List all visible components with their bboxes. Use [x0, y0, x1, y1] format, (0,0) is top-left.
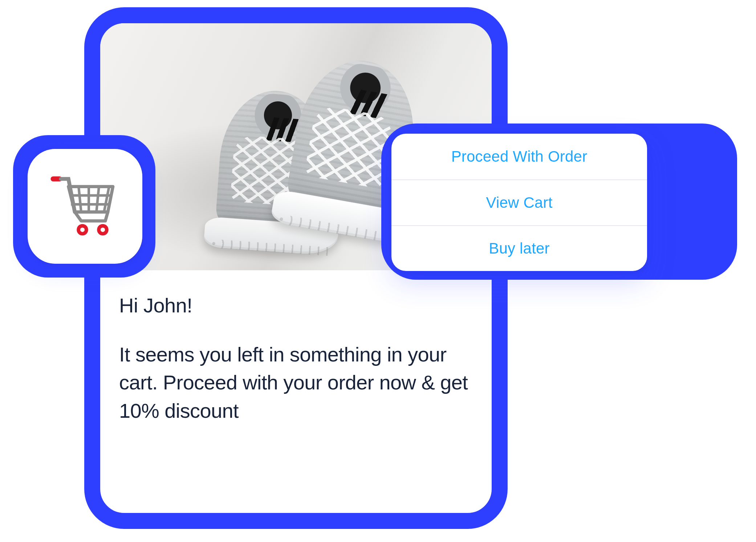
shopping-cart-icon	[47, 167, 123, 245]
greeting-text: Hi John!	[119, 294, 473, 317]
actions-menu: Proceed With Order View Cart Buy later	[391, 134, 647, 271]
action-view-cart[interactable]: View Cart	[391, 179, 647, 225]
body-text: It seems you left in something in your c…	[119, 340, 473, 425]
cart-tile[interactable]	[28, 149, 142, 264]
svg-line-3	[97, 187, 99, 212]
message-body: Hi John! It seems you left in something …	[100, 270, 492, 439]
svg-line-1	[79, 187, 81, 212]
svg-point-8	[80, 227, 85, 232]
action-proceed-with-order[interactable]: Proceed With Order	[391, 134, 647, 179]
action-buy-later[interactable]: Buy later	[391, 225, 647, 271]
svg-point-10	[101, 227, 105, 232]
